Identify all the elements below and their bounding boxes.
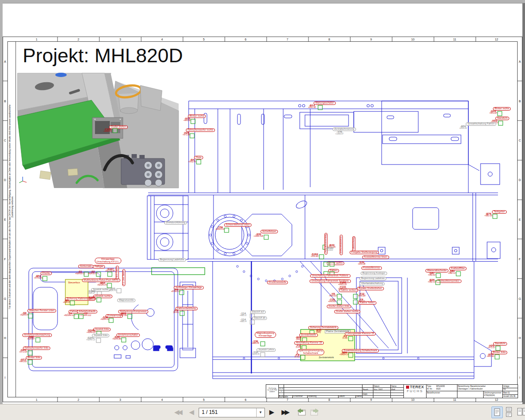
last-page-button[interactable]: ▶▶ bbox=[281, 407, 288, 417]
component-marker bbox=[337, 294, 342, 299]
component-id: -S18+92R4.I11 bbox=[101, 316, 110, 321]
grid-coordinate: B bbox=[519, 99, 521, 102]
component-marker bbox=[349, 336, 353, 341]
next-view-button[interactable] bbox=[309, 407, 320, 417]
component-id: -S42+0N4.08 bbox=[358, 261, 365, 265]
terex-logo-icon bbox=[406, 386, 409, 389]
callout-label-vertical: Drehwerksbremse bbox=[339, 235, 342, 255]
title-block-mnr-value: 0020 bbox=[436, 388, 440, 390]
title-block-anzahl: Anzahl 151 Bl. bbox=[503, 395, 516, 397]
component-marker bbox=[224, 228, 229, 233]
grid-coordinate: B bbox=[4, 99, 6, 102]
window-right-border bbox=[522, 3, 525, 404]
callout-label: Druckmessstelle bbox=[267, 281, 288, 284]
component-marker bbox=[128, 314, 132, 319]
grid-coordinate: C bbox=[4, 139, 6, 142]
title-block-blatt: Blatt 01 bbox=[503, 392, 510, 394]
component-id: -H25+9Y1.G9 bbox=[19, 349, 27, 353]
callout-label-gray: Magnetventile bbox=[117, 299, 135, 302]
component-id-gray: -Y43+92R6.I9 bbox=[251, 351, 259, 356]
grid-coordinate: E bbox=[4, 218, 6, 221]
continuous-view-button[interactable] bbox=[504, 407, 514, 417]
grid-coordinate: H bbox=[518, 336, 521, 339]
grid-coordinate: 1 bbox=[36, 398, 37, 401]
callout-label: Kabine senken bbox=[339, 289, 358, 292]
component-id: -S13+92R6.B5 bbox=[112, 336, 121, 340]
component-id: -Y150+MS4.F3 bbox=[104, 128, 112, 133]
component-id: -F1(5.02) bbox=[295, 353, 300, 358]
component-marker bbox=[36, 338, 41, 343]
grid-coordinate: 3 bbox=[119, 38, 121, 41]
grid-coordinate: C bbox=[518, 139, 521, 142]
grid-coordinate: 10 bbox=[411, 398, 415, 401]
page-dropdown-caret-icon[interactable]: ▼ bbox=[256, 408, 264, 417]
title-block-mnr-label: M.-Nr.: bbox=[427, 388, 433, 390]
page-number-field: ▼ bbox=[199, 408, 265, 417]
callout-label: Freigabe Stielbewegung bbox=[349, 251, 379, 254]
previous-view-button[interactable] bbox=[296, 407, 307, 417]
component-id: -B68(5A2) bbox=[295, 336, 301, 341]
component-id: -B64+92GR3.A3 bbox=[97, 282, 108, 286]
grid-coordinate: 5 bbox=[203, 38, 205, 41]
inline-label: Steuerbox bbox=[68, 281, 80, 284]
title-block-col-buchstabe: Buchstabe bbox=[279, 396, 292, 398]
component-id: -S84+0B2.C2 bbox=[448, 270, 456, 275]
grid-coordinate: D bbox=[518, 178, 521, 181]
component-marker bbox=[496, 346, 501, 351]
first-page-button[interactable]: ◀◀ bbox=[174, 407, 181, 417]
component-id: -B14+0N1.S8 bbox=[308, 104, 316, 109]
component-marker bbox=[180, 290, 184, 295]
grid-coordinate: G bbox=[518, 297, 521, 300]
title-block-anlage: Anlage bbox=[503, 385, 509, 387]
grid-coordinate: I bbox=[519, 376, 520, 379]
callout-label-gray: Begrenzung Ladehöhe bbox=[158, 258, 186, 262]
component-marker bbox=[28, 351, 33, 356]
title-block-drawingno-value: 6790200241 bbox=[484, 394, 495, 396]
callout-label: Feststellbremse bbox=[362, 266, 382, 270]
previous-page-button[interactable]: ◀ bbox=[189, 407, 193, 417]
brand-fuchs: FUCHS bbox=[404, 389, 426, 393]
grid-coordinate: 9 bbox=[370, 38, 372, 41]
title-block-name-header: Name bbox=[391, 385, 396, 387]
grid-coordinate: F bbox=[4, 257, 6, 260]
callout-label: Schwenkbremse lösen bbox=[224, 223, 251, 227]
component-marker bbox=[113, 128, 118, 133]
grid-coordinate: 12 bbox=[495, 398, 498, 401]
callout-label: Magnetkupplung Klimaanlage bbox=[255, 332, 276, 338]
single-page-view-button[interactable] bbox=[491, 407, 503, 418]
callout-label: Umschaltung Fahrantrieb Hubbew. bbox=[310, 274, 351, 278]
component-id: -H13+9R1.E1 bbox=[19, 358, 27, 363]
title-block-drawingno-label: Zeichnungsnummer bbox=[484, 392, 501, 394]
component-id: -B4+0N2.F5 bbox=[188, 158, 196, 163]
callout-label-gray: Begrenzung Ausleger bbox=[361, 272, 387, 275]
title-block-datum-header: Datum bbox=[374, 385, 379, 387]
callout-label: Greifer drehen bbox=[109, 125, 128, 129]
terex-fuchs-logo: TEREX FUCHS bbox=[403, 385, 426, 398]
component-marker bbox=[495, 355, 500, 360]
component-id: -H20+9Y1.G7 bbox=[488, 344, 495, 349]
component-marker bbox=[70, 301, 75, 306]
grid-coordinate: 7 bbox=[287, 398, 288, 401]
component-id: -S28+92R.B7 bbox=[27, 336, 35, 340]
grid-coordinate: I bbox=[5, 376, 6, 379]
component-marker bbox=[96, 272, 101, 277]
grid-coordinate: 4 bbox=[161, 398, 163, 401]
component-marker-gray bbox=[96, 338, 101, 343]
component-id: -S184+0N1.E9 bbox=[311, 253, 318, 258]
component-marker bbox=[180, 311, 185, 316]
component-marker bbox=[436, 273, 441, 278]
callout-label: Greifer drehen rechts bbox=[334, 310, 360, 313]
component-id: -S87+0B2.E2 bbox=[428, 272, 435, 276]
page-number-input[interactable] bbox=[199, 408, 257, 416]
title-block-bearb-label: Bearb. bbox=[363, 389, 369, 391]
callout-label-vertical: 9.1 Drei-Taster bbox=[122, 269, 125, 286]
component-marker bbox=[349, 353, 353, 358]
next-page-button[interactable]: ▶ bbox=[269, 407, 273, 417]
component-id-gray: -S16C+92R.27 bbox=[88, 290, 95, 295]
title-block-ort: Ort bbox=[503, 388, 506, 390]
component-marker bbox=[337, 300, 342, 305]
grid-coordinate: 11 bbox=[453, 398, 456, 401]
component-id-gray: -R164A1.E10 bbox=[326, 247, 333, 252]
facing-view-button[interactable] bbox=[517, 407, 525, 417]
project-title: Projekt: MHL820D bbox=[23, 44, 183, 67]
